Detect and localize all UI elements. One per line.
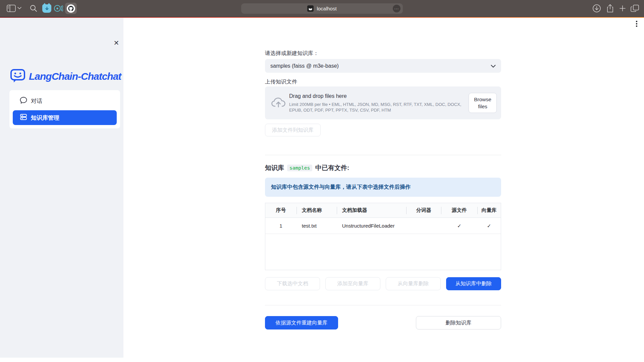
dropzone-title: Drag and drop files here bbox=[289, 93, 347, 99]
cell-index: 1 bbox=[265, 218, 297, 234]
cloud-upload-icon bbox=[271, 97, 286, 110]
download-selected-button[interactable]: 下载选中文档 bbox=[265, 277, 320, 290]
info-text: 知识库中包含源文件与向量库，请从下表中选择文件后操作 bbox=[271, 184, 411, 191]
app-logo: LangChain-Chatchat bbox=[10, 68, 121, 84]
site-favicon bbox=[307, 5, 314, 12]
cell-source-file-check: ✓ bbox=[441, 218, 477, 234]
col-header-vector-store: 向量库 bbox=[477, 203, 501, 218]
address-ellipsis-badge[interactable]: ··· bbox=[393, 5, 400, 12]
extension-cat-icon[interactable] bbox=[42, 4, 51, 13]
kb-files-heading: 知识库 samples 中已有文件: bbox=[265, 164, 349, 172]
rebuild-vector-store-button[interactable]: 依据源文件重建向量库 bbox=[265, 316, 338, 329]
new-tab-icon[interactable] bbox=[619, 5, 626, 12]
github-logo bbox=[67, 4, 75, 13]
downloads-icon[interactable] bbox=[592, 4, 601, 13]
sidebar-item-label: 知识库管理 bbox=[31, 114, 59, 122]
sidebar-item-knowledge-base[interactable]: 知识库管理 bbox=[13, 110, 117, 125]
divider bbox=[265, 155, 501, 155]
sidebar-toggle-icon[interactable] bbox=[7, 5, 16, 12]
select-chevron-down-icon bbox=[491, 63, 496, 69]
extension-circles-icon[interactable] bbox=[54, 4, 63, 13]
kb-select-value: samples (faiss @ m3e-base) bbox=[270, 63, 491, 69]
address-bar[interactable]: localhost ··· bbox=[241, 3, 403, 14]
col-header-doc-name: 文档名称 bbox=[297, 203, 337, 218]
chat-bubble-icon bbox=[19, 96, 28, 106]
browse-files-button[interactable]: Browse files bbox=[469, 93, 497, 113]
app-menu-kebab-icon[interactable] bbox=[634, 21, 639, 29]
col-header-index: 序号 bbox=[265, 203, 297, 218]
col-header-source-file: 源文件 bbox=[441, 203, 477, 218]
logo-chat-icon bbox=[10, 68, 25, 84]
cell-vector-store-check: ✓ bbox=[477, 218, 501, 234]
add-to-vector-store-button[interactable]: 添加至向量库 bbox=[325, 277, 380, 290]
delete-kb-button[interactable]: 删除知识库 bbox=[416, 316, 501, 329]
sidebar-item-dialogue[interactable]: 对话 bbox=[13, 94, 117, 108]
extension-github-icon[interactable] bbox=[65, 3, 77, 14]
kb-select-dropdown[interactable]: samples (faiss @ m3e-base) bbox=[265, 59, 501, 73]
kb-select-label: 请选择或新建知识库： bbox=[265, 50, 319, 57]
table-header-row: 序号 文档名称 文档加载器 分词器 源文件 向量库 bbox=[265, 203, 501, 218]
dropzone-limit-text: Limit 200MB per file • EML, HTML, JSON, … bbox=[289, 102, 466, 113]
upload-label: 上传知识文件 bbox=[265, 78, 297, 85]
tab-overview-icon[interactable] bbox=[631, 4, 639, 12]
screen: localhost ··· bbox=[0, 0, 644, 362]
share-icon[interactable] bbox=[606, 4, 614, 13]
cell-doc-loader: UnstructuredFileLoader bbox=[337, 218, 407, 234]
cell-doc-name: test.txt bbox=[297, 218, 337, 234]
col-header-doc-loader: 文档加载器 bbox=[337, 203, 407, 218]
delete-from-kb-button[interactable]: 从知识库中删除 bbox=[446, 277, 501, 290]
table-row[interactable]: 1 test.txt UnstructuredFileLoader ✓ ✓ bbox=[265, 218, 501, 234]
file-actions-row: 下载选中文档 添加至向量库 从向量库删除 从知识库中删除 bbox=[265, 277, 501, 290]
address-text: localhost bbox=[317, 6, 336, 11]
search-icon[interactable] bbox=[30, 4, 38, 12]
kb-files-table[interactable]: 序号 文档名称 文档加载器 分词器 源文件 向量库 1 test.txt Uns… bbox=[265, 203, 501, 270]
sidebar-close-icon[interactable]: ✕ bbox=[112, 39, 121, 47]
app-sidebar: ✕ LangChain-Chatchat 对 bbox=[0, 18, 123, 358]
sidebar-nav: 对话 知识库管理 bbox=[9, 90, 120, 128]
heading-prefix: 知识库 bbox=[265, 164, 284, 172]
kb-name-code: samples bbox=[287, 165, 312, 171]
add-files-to-kb-button[interactable]: 添加文件到知识库 bbox=[265, 124, 321, 136]
col-header-splitter: 分词器 bbox=[406, 203, 441, 218]
info-box: 知识库中包含源文件与向量库，请从下表中选择文件后操作 bbox=[265, 178, 501, 197]
database-stack-icon bbox=[19, 113, 28, 123]
divider bbox=[265, 305, 501, 305]
heading-suffix: 中已有文件: bbox=[315, 164, 349, 172]
chevron-down-icon[interactable] bbox=[17, 7, 21, 9]
delete-from-vector-store-button[interactable]: 从向量库删除 bbox=[386, 277, 441, 290]
browser-toolbar: localhost ··· bbox=[0, 0, 644, 17]
logo-text: LangChain-Chatchat bbox=[29, 71, 121, 82]
file-dropzone[interactable]: Drag and drop files here Limit 200MB per… bbox=[265, 86, 501, 119]
sidebar-item-label: 对话 bbox=[31, 97, 42, 105]
cell-splitter bbox=[406, 218, 441, 234]
